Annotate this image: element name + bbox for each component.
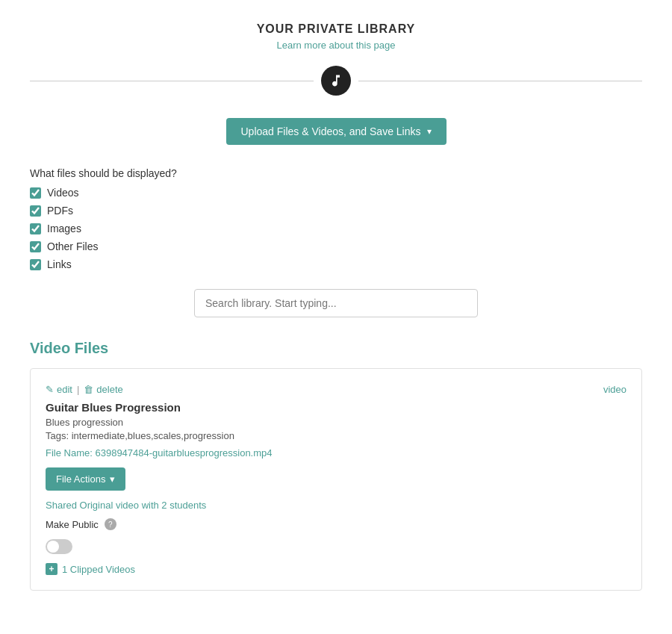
filter-question: What files should be displayed? <box>30 167 642 179</box>
music-icon <box>329 73 343 88</box>
video-files-heading: Video Files <box>30 340 642 357</box>
page-title: YOUR PRIVATE LIBRARY <box>30 22 642 36</box>
page-header: YOUR PRIVATE LIBRARY Learn more about th… <box>30 22 642 51</box>
edit-link[interactable]: ✎ edit <box>46 384 72 395</box>
upload-section: Upload Files & Videos, and Save Links ▾ <box>30 118 642 145</box>
file-actions-label: File Actions <box>56 473 105 485</box>
make-public-toggle[interactable] <box>46 539 72 554</box>
delete-label: delete <box>96 384 122 395</box>
plus-icon: + <box>46 563 57 575</box>
videos-label: Videos <box>47 187 79 199</box>
music-icon-circle <box>321 66 351 96</box>
trash-icon: 🗑 <box>84 384 93 395</box>
videos-checkbox[interactable] <box>30 187 41 199</box>
video-files-section: Video Files ✎ edit | 🗑 delete Guitar Blu… <box>30 340 642 591</box>
clipped-videos-label: 1 Clipped Videos <box>62 564 135 575</box>
upload-button[interactable]: Upload Files & Videos, and Save Links ▾ <box>226 118 447 145</box>
divider-right <box>358 81 642 81</box>
learn-more-link[interactable]: Learn more about this page <box>277 40 396 51</box>
chevron-down-icon: ▾ <box>427 126 432 137</box>
other-files-checkbox[interactable] <box>30 241 41 252</box>
checkbox-links[interactable]: Links <box>30 258 642 270</box>
delete-link[interactable]: 🗑 delete <box>84 384 122 395</box>
filter-section: What files should be displayed? Videos P… <box>30 167 642 270</box>
checkbox-pdfs[interactable]: PDFs <box>30 205 642 217</box>
divider-row <box>30 66 642 96</box>
clipped-videos-row[interactable]: + 1 Clipped Videos <box>46 563 626 575</box>
images-label: Images <box>47 223 81 234</box>
links-label: Links <box>47 258 72 270</box>
checkbox-images[interactable]: Images <box>30 223 642 234</box>
file-title: Guitar Blues Progression <box>46 401 626 414</box>
edit-icon: ✎ <box>46 384 54 395</box>
other-files-label: Other Files <box>47 240 98 252</box>
file-tags: Tags: intermediate,blues,scales,progress… <box>46 430 626 441</box>
file-type-badge[interactable]: video <box>603 384 626 395</box>
make-public-row: Make Public ? <box>46 518 626 530</box>
pdfs-checkbox[interactable] <box>30 205 41 217</box>
checkbox-other-files[interactable]: Other Files <box>30 240 642 252</box>
file-card-actions-row: ✎ edit | 🗑 delete <box>46 384 626 395</box>
file-actions-button[interactable]: File Actions ▾ <box>46 467 125 491</box>
file-card: ✎ edit | 🗑 delete Guitar Blues Progressi… <box>30 368 642 591</box>
divider-left <box>30 81 314 81</box>
shared-info: Shared Original video with 2 students <box>46 500 626 511</box>
make-public-label: Make Public <box>46 519 99 530</box>
edit-label: edit <box>57 384 72 395</box>
search-section <box>30 289 642 317</box>
upload-button-label: Upload Files & Videos, and Save Links <box>241 125 421 137</box>
links-checkbox[interactable] <box>30 259 41 270</box>
help-icon[interactable]: ? <box>105 518 116 530</box>
action-separator: | <box>77 384 79 395</box>
checkbox-videos[interactable]: Videos <box>30 187 642 199</box>
file-actions-chevron-icon: ▾ <box>110 473 115 485</box>
make-public-toggle-wrapper <box>46 539 626 554</box>
images-checkbox[interactable] <box>30 223 41 234</box>
toggle-knob <box>47 541 59 553</box>
search-input[interactable] <box>194 289 478 317</box>
file-description: Blues progression <box>46 417 626 428</box>
pdfs-label: PDFs <box>47 205 73 217</box>
file-filename: File Name: 6398947484-guitarbluesprogres… <box>46 447 626 459</box>
